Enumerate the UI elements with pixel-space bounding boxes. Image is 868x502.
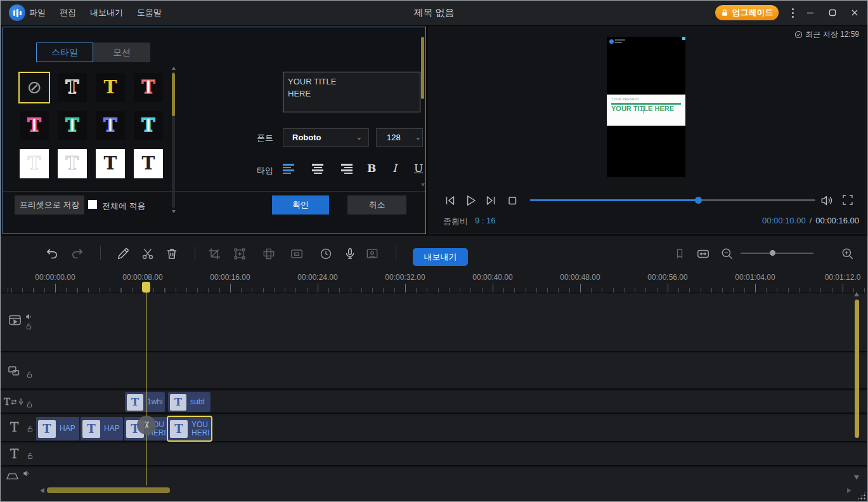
menu-help[interactable]: 도움말 bbox=[137, 7, 162, 18]
minimize-button[interactable] bbox=[803, 6, 818, 20]
vscroll-down-icon[interactable] bbox=[854, 475, 859, 480]
horizontal-scrollbar-thumb[interactable] bbox=[47, 487, 170, 493]
upgrade-button[interactable]: 업그레이드 bbox=[715, 5, 779, 20]
apply-all-checkbox[interactable] bbox=[88, 200, 97, 209]
ok-button[interactable]: 확인 bbox=[272, 195, 329, 215]
subtitle-track[interactable]: T⇄ T 1whi T subt bbox=[0, 391, 868, 414]
seek-bar-knob[interactable] bbox=[695, 197, 702, 204]
aspect-ratio-value[interactable]: 9 : 16 bbox=[475, 216, 496, 225]
font-select[interactable]: Roboto ⌄ bbox=[283, 128, 369, 147]
track-unlock-icon[interactable] bbox=[26, 400, 33, 408]
pip-icon[interactable] bbox=[290, 247, 304, 261]
align-right-icon[interactable] bbox=[340, 164, 353, 174]
align-left-icon[interactable] bbox=[283, 164, 295, 174]
track-unlock-icon[interactable] bbox=[26, 371, 33, 378]
timeline-zoom-slider[interactable] bbox=[741, 253, 813, 254]
crop-icon[interactable] bbox=[207, 247, 221, 261]
video-preview[interactable]: YOUR PRESENT YOUR TITLE HERE bbox=[607, 37, 685, 177]
scroll-up-icon[interactable] bbox=[172, 67, 176, 70]
track-unlock-icon[interactable] bbox=[27, 425, 34, 433]
style-swatch[interactable]: T bbox=[134, 111, 163, 140]
menu-export[interactable]: 내보내기 bbox=[90, 7, 123, 18]
hscroll-left-icon[interactable] bbox=[40, 488, 44, 493]
style-swatch[interactable]: T bbox=[20, 111, 49, 140]
bold-button[interactable]: B bbox=[367, 162, 376, 175]
timeline-zoom-slider-knob[interactable] bbox=[770, 250, 775, 256]
mosaic-icon[interactable] bbox=[262, 247, 276, 261]
close-button[interactable] bbox=[847, 6, 862, 20]
stop-button[interactable] bbox=[505, 194, 521, 209]
hscroll-right-icon[interactable] bbox=[847, 488, 852, 493]
zoom-in-icon[interactable] bbox=[841, 247, 855, 261]
redo-icon[interactable] bbox=[70, 247, 84, 261]
tab-motion[interactable]: 모션 bbox=[93, 43, 150, 62]
style-swatch[interactable]: T bbox=[134, 73, 163, 102]
overlay-track[interactable] bbox=[0, 353, 868, 390]
timeline-export-button[interactable]: 내보내기 bbox=[413, 248, 468, 266]
cut-icon[interactable] bbox=[141, 247, 155, 261]
title-card[interactable]: YOUR PRESENT YOUR TITLE HERE bbox=[607, 95, 685, 126]
track-unlock-icon[interactable] bbox=[25, 322, 32, 330]
zoom-out-icon[interactable] bbox=[720, 247, 734, 261]
track-audio-icon[interactable] bbox=[23, 470, 30, 477]
fit-timeline-icon[interactable] bbox=[696, 247, 710, 261]
style-swatch-none[interactable]: ⊘ bbox=[20, 73, 49, 102]
save-preset-button[interactable]: 프리셋으로 저장 bbox=[15, 195, 84, 215]
seek-bar[interactable] bbox=[530, 199, 815, 201]
timeline-clip-selected[interactable]: T YOUHERI bbox=[168, 417, 211, 440]
menu-file[interactable]: 파일 bbox=[29, 7, 46, 18]
previous-frame-button[interactable] bbox=[443, 194, 458, 209]
vscroll-up-icon[interactable] bbox=[854, 292, 859, 296]
duration-icon[interactable] bbox=[319, 247, 333, 261]
style-swatch[interactable]: T bbox=[58, 111, 87, 140]
timeline-clip[interactable]: T subt bbox=[168, 392, 211, 412]
tab-style[interactable]: 스타일 bbox=[36, 43, 93, 62]
style-swatch[interactable]: T bbox=[96, 111, 125, 140]
chroma-key-icon[interactable] bbox=[365, 247, 379, 261]
maximize-button[interactable] bbox=[825, 6, 840, 20]
freeze-frame-icon[interactable] bbox=[233, 247, 247, 261]
style-swatch[interactable]: T bbox=[96, 149, 125, 178]
delete-icon[interactable] bbox=[165, 247, 179, 261]
timeline-clip[interactable]: T 1whi bbox=[125, 392, 165, 412]
more-menu-icon[interactable] bbox=[789, 6, 796, 19]
style-grid-scrollbar-thumb[interactable] bbox=[172, 73, 175, 116]
undo-icon[interactable] bbox=[45, 247, 59, 261]
marker-icon[interactable] bbox=[673, 247, 686, 261]
track-unlock-icon[interactable] bbox=[27, 452, 34, 459]
timeline-clip[interactable]: T HAP bbox=[81, 417, 123, 440]
italic-button[interactable]: I bbox=[392, 162, 397, 175]
title-bar: 파일 편집 내보내기 도움말 제목 없음 업그레이드 bbox=[0, 0, 868, 25]
style-grid-scrollbar[interactable] bbox=[172, 72, 175, 208]
dialog-scrollbar-thumb[interactable] bbox=[421, 37, 424, 99]
vertical-scrollbar-thumb[interactable] bbox=[855, 300, 859, 438]
font-size-select[interactable]: 128 ⌄ bbox=[376, 128, 423, 147]
audio-track[interactable] bbox=[0, 468, 868, 502]
next-frame-button[interactable] bbox=[484, 194, 499, 209]
edit-icon[interactable] bbox=[116, 247, 130, 261]
playhead-handle[interactable] bbox=[142, 282, 150, 293]
volume-icon[interactable] bbox=[820, 194, 835, 209]
selection-handle[interactable] bbox=[682, 37, 685, 40]
scroll-down-icon[interactable] bbox=[172, 210, 176, 213]
timeline-clip[interactable]: T HAP bbox=[36, 417, 79, 440]
style-swatch[interactable]: T bbox=[20, 149, 49, 178]
track-audio-icon[interactable] bbox=[25, 313, 33, 320]
dialog-scrollbar[interactable] bbox=[421, 32, 424, 187]
style-swatch[interactable]: T bbox=[96, 73, 125, 102]
menu-edit[interactable]: 편집 bbox=[60, 7, 76, 18]
title-text-input[interactable]: YOUR TITLE HERE bbox=[283, 72, 420, 112]
voiceover-icon[interactable] bbox=[343, 247, 357, 261]
play-button[interactable] bbox=[463, 194, 479, 209]
fullscreen-icon[interactable] bbox=[841, 194, 857, 209]
align-center-icon[interactable] bbox=[311, 164, 324, 174]
style-swatch[interactable]: T bbox=[134, 149, 163, 178]
text-track-1[interactable]: T T HAP T HAP T YOUHERI T YOUHERI bbox=[0, 415, 868, 442]
cancel-button[interactable]: 취소 bbox=[347, 195, 406, 215]
scroll-down-icon[interactable] bbox=[421, 183, 425, 187]
video-track[interactable] bbox=[0, 294, 868, 352]
timeline-ruler[interactable]: 00:00:00.0000:00:08.0000:00:16.0000:00:2… bbox=[0, 270, 868, 293]
style-swatch[interactable]: T bbox=[58, 73, 87, 102]
style-swatch[interactable]: T bbox=[58, 149, 87, 178]
text-track-2[interactable]: T bbox=[0, 444, 868, 466]
